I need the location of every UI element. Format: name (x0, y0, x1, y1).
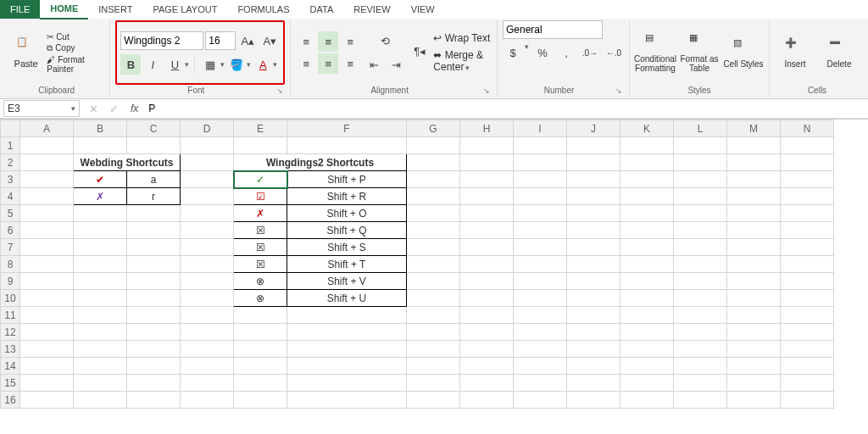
table-cell[interactable]: ☒ (234, 256, 287, 273)
decrease-font-icon[interactable]: A▾ (259, 31, 280, 51)
percent-button[interactable]: % (532, 42, 553, 63)
format-as-table-button[interactable]: ▦Format as Table (679, 27, 720, 78)
col-header[interactable]: K (620, 120, 674, 137)
tab-home[interactable]: HOME (40, 0, 88, 19)
table-cell[interactable]: ✗ (234, 205, 287, 222)
col-header[interactable]: L (674, 120, 727, 137)
table-cell[interactable]: ✔ (74, 171, 127, 188)
name-box[interactable]: E3▾ (3, 100, 80, 117)
tab-review[interactable]: REVIEW (343, 0, 400, 19)
cell-grid[interactable]: A B C D E F G H I J K L M N 1 2 Webding … (0, 120, 834, 409)
col-header[interactable]: C (127, 120, 181, 137)
format-painter-button[interactable]: 🖌 Format Painter (47, 55, 104, 74)
select-all-corner[interactable] (1, 120, 20, 137)
chevron-down-icon[interactable]: ▾ (247, 60, 251, 69)
font-dialog-launcher[interactable]: ↘ (276, 85, 283, 97)
increase-decimal-icon[interactable]: .0→ (580, 42, 600, 63)
tab-data[interactable]: DATA (300, 0, 344, 19)
chevron-down-icon[interactable]: ▾ (220, 60, 225, 69)
row-header[interactable]: 8 (1, 256, 20, 273)
tab-formulas[interactable]: FORMULAS (227, 0, 299, 19)
col-header[interactable]: H (460, 120, 514, 137)
increase-font-icon[interactable]: A▴ (237, 31, 258, 51)
col-header[interactable]: A (20, 120, 74, 137)
rtl-icon[interactable]: ¶◂ (409, 41, 430, 61)
row-header[interactable]: 5 (1, 205, 20, 222)
font-color-button[interactable]: A (253, 54, 273, 75)
underline-button[interactable]: U (164, 54, 185, 75)
row-header[interactable]: 1 (1, 137, 20, 154)
col-header[interactable]: M (727, 120, 781, 137)
borders-button[interactable]: ▦ (200, 54, 220, 75)
comma-button[interactable]: , (556, 42, 576, 63)
table-cell[interactable]: r (127, 188, 181, 205)
table-cell[interactable]: ☒ (234, 222, 287, 239)
row-header[interactable]: 16 (1, 392, 20, 409)
align-bottom-icon[interactable]: ≡ (340, 31, 360, 52)
bold-button[interactable]: B (120, 54, 141, 75)
enter-formula-icon[interactable]: ✓ (103, 98, 124, 119)
align-middle-icon[interactable]: ≡ (318, 31, 338, 52)
table-cell[interactable]: ⊗ (234, 290, 287, 307)
cut-button[interactable]: ✂ Cut (47, 32, 104, 42)
table-cell[interactable]: Shift + Q (287, 222, 407, 239)
chevron-down-icon[interactable]: ▾ (273, 60, 277, 69)
row-header[interactable]: 2 (1, 154, 20, 171)
table-cell[interactable]: Shift + V (287, 273, 407, 290)
tab-insert[interactable]: INSERT (88, 0, 142, 19)
row-header[interactable]: 11 (1, 307, 20, 324)
tab-page-layout[interactable]: PAGE LAYOUT (142, 0, 227, 19)
row-header[interactable]: 4 (1, 188, 20, 205)
table-cell[interactable]: Shift + T (287, 256, 407, 273)
table-cell[interactable]: ⊗ (234, 273, 287, 290)
col-header[interactable]: G (407, 120, 460, 137)
col-header[interactable]: F (287, 120, 407, 137)
col-header[interactable]: N (781, 120, 834, 137)
align-right-icon[interactable]: ≡ (340, 53, 360, 74)
align-top-icon[interactable]: ≡ (296, 31, 316, 52)
row-header[interactable]: 15 (1, 375, 20, 392)
table-cell[interactable]: Shift + R (287, 188, 407, 205)
table-cell[interactable]: ✗ (74, 188, 127, 205)
table-cell[interactable]: ☒ (234, 239, 287, 256)
chevron-down-icon[interactable]: ▾ (525, 42, 529, 63)
number-format-combo[interactable] (503, 20, 603, 39)
col-header[interactable]: I (514, 120, 567, 137)
row-header[interactable]: 13 (1, 341, 20, 358)
paste-button[interactable]: 📋 Paste (8, 27, 43, 78)
conditional-formatting-button[interactable]: ▤Conditional Formatting (635, 27, 676, 78)
insert-cells-button[interactable]: ➕Insert (775, 27, 815, 78)
tab-file[interactable]: FILE (0, 0, 40, 19)
alignment-dialog-launcher[interactable]: ↘ (483, 85, 490, 97)
row-header[interactable]: 10 (1, 290, 20, 307)
align-center-icon[interactable]: ≡ (318, 53, 338, 74)
increase-indent-icon[interactable]: ⇥ (386, 54, 406, 75)
col-header[interactable]: D (181, 120, 234, 137)
worksheet[interactable]: A B C D E F G H I J K L M N 1 2 Webding … (0, 119, 868, 434)
font-size-combo[interactable] (205, 31, 236, 50)
webding-header[interactable]: Webding Shortcuts (74, 154, 181, 171)
selected-cell[interactable]: ✓ (234, 171, 287, 188)
tab-view[interactable]: VIEW (401, 0, 445, 19)
col-header[interactable]: J (567, 120, 620, 137)
row-header[interactable]: 7 (1, 239, 20, 256)
row-header[interactable]: 12 (1, 324, 20, 341)
wrap-text-button[interactable]: ↩ Wrap Text (433, 32, 492, 44)
chevron-down-icon[interactable]: ▾ (465, 64, 470, 72)
formula-input[interactable] (145, 101, 868, 116)
table-cell[interactable]: Shift + O (287, 205, 407, 222)
row-header[interactable]: 3 (1, 171, 20, 188)
decrease-decimal-icon[interactable]: ←.0 (604, 42, 624, 63)
row-header[interactable]: 14 (1, 358, 20, 375)
font-name-combo[interactable] (120, 31, 203, 50)
copy-button[interactable]: ⧉ Copy (47, 43, 104, 53)
number-dialog-launcher[interactable]: ↘ (615, 85, 622, 97)
cancel-formula-icon[interactable]: ✕ (83, 98, 103, 119)
chevron-down-icon[interactable]: ▾ (185, 60, 189, 69)
row-header[interactable]: 9 (1, 273, 20, 290)
table-cell[interactable]: ☑ (234, 188, 287, 205)
table-cell[interactable]: a (127, 171, 181, 188)
col-header[interactable]: B (74, 120, 127, 137)
fx-icon[interactable]: fx (131, 103, 138, 114)
currency-button[interactable]: $ (503, 42, 523, 63)
